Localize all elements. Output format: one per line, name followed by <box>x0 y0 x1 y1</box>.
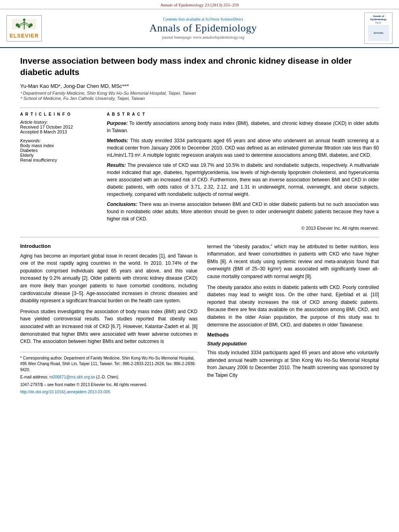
keywords-group: Keywords: Body mass index Diabetes Elder… <box>20 138 99 162</box>
right-p2: The obesity paradox also exists in diabe… <box>207 284 379 329</box>
received-date: Received 17 October 2012 <box>20 125 99 129</box>
intro-title: Introduction <box>20 243 197 249</box>
abstract-purpose: Purpose: To identify associations among … <box>107 120 379 134</box>
article-info-abstract: A R T I C L E I N F O Article history: R… <box>20 108 379 231</box>
issn-line: 1047-2797/$ – see front matter © 2013 El… <box>20 382 197 388</box>
intro-p2: Previous studies investigating the assoc… <box>20 308 197 345</box>
affil-b: ᵇ School of Medicine, Fu Jen Catholic Un… <box>20 96 379 101</box>
right-p1: termed the “obesity paradox,” which may … <box>207 243 379 281</box>
keywords-label: Keywords: <box>20 138 99 143</box>
body-content: Introduction Aging has become an importa… <box>20 243 379 397</box>
elsevier-logo: ELSEVIER <box>6 15 42 42</box>
history-label: Article history: <box>20 120 99 125</box>
journal-thumbnail: Annals of Epidemiology Epid. Annals <box>364 12 393 44</box>
affiliations: ᵃ Department of Family Medicine, Shin Ko… <box>20 91 379 101</box>
footnote-area: * Corresponding author. Department of Fa… <box>20 352 197 395</box>
accepted-date: Accepted 8 March 2013 <box>20 129 99 134</box>
keyword-2: Diabetes <box>20 148 99 153</box>
journal-header: ELSEVIER Contents lists available at Sci… <box>0 9 399 48</box>
svg-text:Annals: Annals <box>374 31 383 35</box>
authors: Yu-Man Kao MDᵃ, Jong-Dar Chen MD, MScᵃʷ* <box>20 83 379 89</box>
article-info-label: A R T I C L E I N F O <box>20 112 99 116</box>
affil-a: ᵃ Department of Family Medicine, Shin Ko… <box>20 91 379 96</box>
abstract-methods: Methods: This study enrolled 3334 partic… <box>107 137 379 159</box>
abstract-label: A B S T R A C T <box>107 112 379 116</box>
study-pop-title: Study population <box>207 341 379 347</box>
content-area: Inverse association between body mass in… <box>0 48 399 404</box>
abstract-panel: A B S T R A C T Purpose: To identify ass… <box>107 112 379 231</box>
study-pop-text: This study included 3334 participants ag… <box>207 349 379 379</box>
methods-title: Methods <box>207 332 379 338</box>
email-footnote: E-mail address: m006671@ms.skh.org.tw (J… <box>20 374 197 380</box>
abstract-conclusions: Conclusions: There was an inverse associ… <box>107 201 379 222</box>
svg-point-8 <box>18 25 20 28</box>
article-title: Inverse association between body mass in… <box>20 55 379 78</box>
elsevier-wordmark: ELSEVIER <box>10 33 39 39</box>
article-info-panel: A R T I C L E I N F O Article history: R… <box>20 112 99 231</box>
journal-title: Annals of Epidemiology <box>42 22 364 34</box>
copyright-notice: © 2013 Elsevier Inc. All rights reserved… <box>107 226 379 231</box>
journal-center-block: Contents lists available at SciVerse Sci… <box>42 17 364 39</box>
article-history: Article history: Received 17 October 201… <box>20 120 99 134</box>
keyword-3: Elderly <box>20 153 99 158</box>
journal-url: journal homepage: www.annalsofepidemiolo… <box>42 35 364 39</box>
doi-link[interactable]: http://dx.doi.org/10.1016/j.annepidem.20… <box>20 390 110 394</box>
corresponding-author: * Corresponding author. Department of Fa… <box>20 355 197 373</box>
journal-citation: Annals of Epidemiology 23 (2013) 255–259 <box>0 0 399 9</box>
keyword-1: Body mass index <box>20 143 99 148</box>
svg-point-9 <box>28 25 31 28</box>
email-link[interactable]: m006671@ms.skh.org.tw <box>49 375 95 379</box>
body-left-col: Introduction Aging has become an importa… <box>20 243 197 397</box>
svg-point-10 <box>23 19 25 21</box>
abstract-results: Results: The prevalence rate of CKD was … <box>107 162 379 198</box>
abstract-text: Purpose: To identify associations among … <box>107 120 379 222</box>
intro-p1: Aging has become an important global iss… <box>20 252 197 305</box>
sciencedirect-notice: Contents lists available at SciVerse Sci… <box>42 17 364 21</box>
section-divider <box>20 237 379 237</box>
doi-line: http://dx.doi.org/10.1016/j.annepidem.20… <box>20 389 197 395</box>
keyword-4: Renal insufficiency <box>20 158 99 162</box>
body-right-col: termed the “obesity paradox,” which may … <box>207 243 379 397</box>
